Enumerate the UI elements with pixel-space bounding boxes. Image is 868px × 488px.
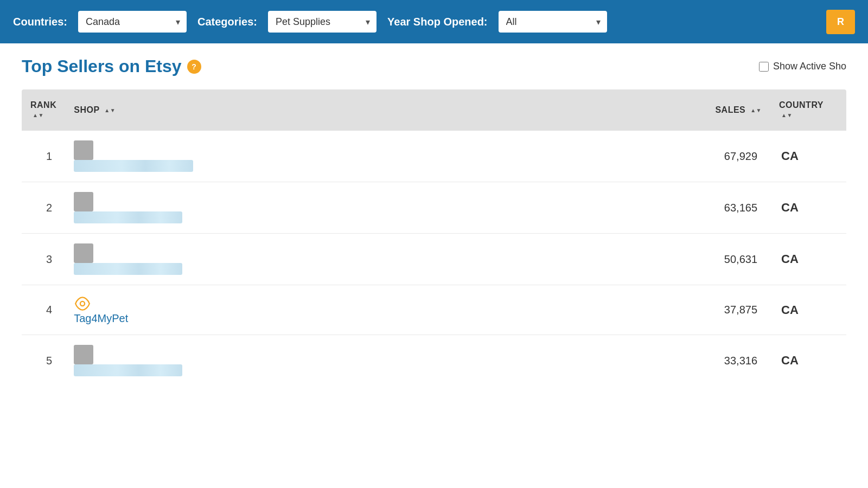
rank-sort-icon[interactable]: ▲▼ (33, 113, 44, 118)
shop-name-blurred (74, 211, 182, 223)
cell-shop (65, 131, 694, 182)
country-select[interactable]: Canada (78, 11, 187, 33)
shop-name-blurred (74, 160, 193, 172)
cell-country: CA (770, 285, 846, 335)
cell-rank: 1 (22, 131, 65, 182)
shop-name-blurred (74, 263, 182, 275)
help-icon[interactable]: ? (187, 60, 201, 74)
cell-shop[interactable]: Tag4MyPet (65, 285, 694, 335)
table-header-row: RANK ▲▼ SHOP ▲▼ SALES ▲▼ COUNTRY ▲▼ (22, 89, 846, 131)
cell-country: CA (770, 335, 846, 387)
cell-country: CA (770, 131, 846, 182)
category-label: Categories: (197, 16, 257, 28)
cell-sales: 63,165 (694, 182, 770, 234)
cell-shop (65, 182, 694, 234)
shop-thumbnail (74, 345, 93, 364)
table-row: 4 Tag4MyPet37,875CA (22, 285, 846, 335)
shop-link[interactable]: Tag4MyPet (74, 312, 128, 324)
country-label: Countries: (13, 16, 67, 28)
reset-button[interactable]: R (826, 10, 855, 34)
svg-point-0 (80, 301, 85, 306)
cell-rank: 4 (22, 285, 65, 335)
cell-sales: 33,316 (694, 335, 770, 387)
table-container: RANK ▲▼ SHOP ▲▼ SALES ▲▼ COUNTRY ▲▼ (22, 89, 846, 386)
page-title: Top Sellers on Etsy (22, 56, 182, 76)
cell-rank: 2 (22, 182, 65, 234)
table-row: 533,316CA (22, 335, 846, 387)
year-label: Year Shop Opened: (387, 16, 487, 28)
main-content: Top Sellers on Etsy ? Show Active Sho RA… (0, 43, 868, 399)
cell-shop (65, 234, 694, 285)
page-header: Top Sellers on Etsy ? Show Active Sho (22, 56, 846, 76)
cell-rank: 3 (22, 234, 65, 285)
sales-sort-icon[interactable]: ▲▼ (750, 108, 762, 113)
th-rank[interactable]: RANK ▲▼ (22, 89, 65, 131)
cell-shop (65, 335, 694, 387)
th-country[interactable]: COUNTRY ▲▼ (770, 89, 846, 131)
page-title-group: Top Sellers on Etsy ? (22, 56, 201, 76)
shop-sort-icon[interactable]: ▲▼ (104, 108, 116, 113)
table-row: 350,631CA (22, 234, 846, 285)
show-active-label: Show Active Sho (773, 61, 846, 72)
shop-thumbnail (74, 192, 93, 211)
th-shop[interactable]: SHOP ▲▼ (65, 89, 694, 131)
cell-country: CA (770, 182, 846, 234)
table-row: 167,929CA (22, 131, 846, 182)
year-select-wrapper[interactable]: All (499, 11, 607, 33)
category-select-wrapper[interactable]: Pet Supplies (268, 11, 376, 33)
cell-sales: 37,875 (694, 285, 770, 335)
country-sort-icon[interactable]: ▲▼ (781, 113, 793, 118)
table-row: 263,165CA (22, 182, 846, 234)
cell-sales: 50,631 (694, 234, 770, 285)
country-select-wrapper[interactable]: Canada (78, 11, 187, 33)
shop-eye-icon[interactable] (74, 295, 91, 312)
cell-sales: 67,929 (694, 131, 770, 182)
show-active-checkbox[interactable] (759, 62, 769, 72)
cell-rank: 5 (22, 335, 65, 387)
category-select[interactable]: Pet Supplies (268, 11, 376, 33)
filter-bar: Countries: Canada Categories: Pet Suppli… (0, 0, 868, 43)
sellers-table: RANK ▲▼ SHOP ▲▼ SALES ▲▼ COUNTRY ▲▼ (22, 89, 846, 386)
show-active-container: Show Active Sho (759, 61, 846, 72)
shop-name-blurred (74, 364, 182, 376)
shop-thumbnail (74, 140, 93, 160)
cell-country: CA (770, 234, 846, 285)
year-select[interactable]: All (499, 11, 607, 33)
shop-thumbnail (74, 243, 93, 263)
th-sales[interactable]: SALES ▲▼ (694, 89, 770, 131)
